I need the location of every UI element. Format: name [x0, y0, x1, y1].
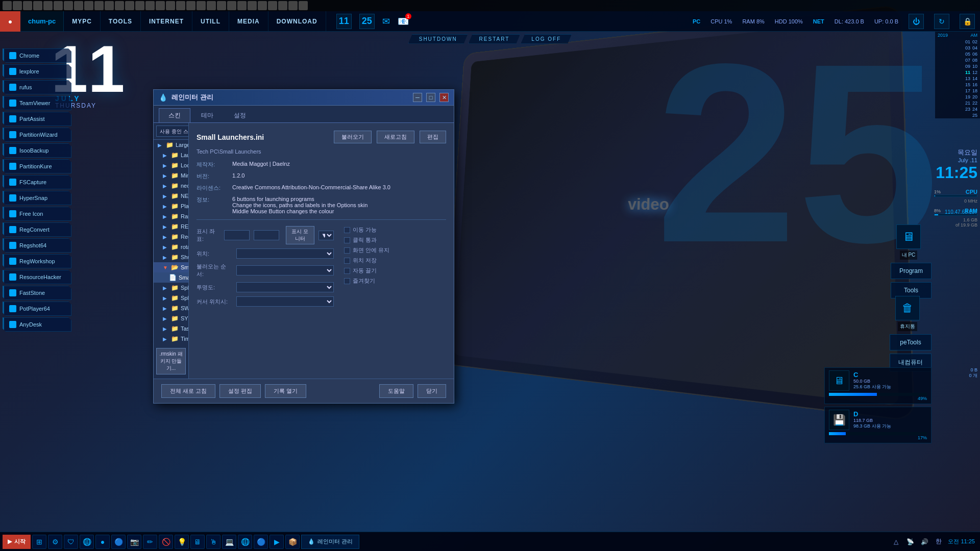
taskbar-window-button[interactable]: 💧 레인미터 관리 [301, 535, 359, 549]
tree-item-shutdown[interactable]: ▶ 📁 Shutdown [154, 252, 188, 262]
sidebar-item-anydesk[interactable]: AnyDesk [3, 317, 71, 332]
top-icon[interactable] [115, 1, 124, 10]
sidebar-item-teamviewer[interactable]: TeamViewer [3, 96, 71, 110]
tb-icon-13[interactable]: 🌐 [238, 535, 252, 549]
sidebar-item-chrome[interactable]: Chrome [3, 48, 71, 63]
top-icon[interactable] [3, 1, 12, 10]
top-icon[interactable] [217, 1, 226, 10]
tb-icon-10[interactable]: 🖥 [190, 535, 205, 549]
tree-item-small-launchers[interactable]: ▼ 📂 Small Launchers [154, 262, 188, 272]
settings-edit-button[interactable]: 설정 편집 [219, 384, 261, 398]
tree-item-lockstate[interactable]: ▶ 📁 LockState [154, 160, 188, 170]
top-icon[interactable] [186, 1, 195, 10]
refresh-button[interactable]: ↻ [934, 14, 949, 29]
top-icon[interactable] [227, 1, 236, 10]
top-icon[interactable] [64, 1, 73, 10]
tree-item-time[interactable]: ▶ 📁 Time [154, 334, 188, 344]
tree-item-swap[interactable]: ▶ 📁 SWAP [154, 303, 188, 313]
top-icon[interactable] [197, 1, 206, 10]
cb-click[interactable] [344, 237, 350, 243]
create-package-button[interactable]: .rmskin 패키지 만들기... [156, 348, 186, 374]
tb-icon-12[interactable]: 💻 [222, 535, 236, 549]
mail-icon[interactable]: ✉ [382, 16, 390, 27]
tray-icon-0[interactable]: △ [891, 537, 901, 547]
recycle-bin-icon[interactable]: 🗑 휴지통 [890, 296, 925, 331]
tab-skin[interactable]: 스킨 [159, 108, 190, 122]
cb-move[interactable] [344, 227, 350, 233]
cb-favorite[interactable] [344, 278, 350, 284]
tb-icon-7[interactable]: ✏ [143, 535, 157, 549]
tb-icon-9[interactable]: 💡 [175, 535, 189, 549]
top-icon[interactable] [33, 1, 42, 10]
edit-button[interactable]: 편집 [420, 131, 446, 143]
top-icon[interactable] [176, 1, 185, 10]
cb-snap[interactable] [344, 268, 350, 274]
tb-icon-15[interactable]: ▶ [270, 535, 284, 549]
top-icon[interactable] [166, 1, 175, 10]
tb-icon-4[interactable]: ● [95, 535, 110, 549]
top-icon[interactable] [94, 1, 104, 10]
tb-icon-3[interactable]: 🌐 [80, 535, 94, 549]
sidebar-item-lexplore[interactable]: lexplore [3, 64, 71, 79]
pos-x-input[interactable] [224, 230, 250, 240]
my-pc-icon[interactable]: 🖥 내 PC [891, 224, 926, 260]
tree-item-neon[interactable]: ▶ 📁 neon [154, 181, 188, 191]
transparency-dropdown[interactable] [236, 282, 334, 292]
tb-icon-6[interactable]: 📷 [127, 535, 141, 549]
tree-item-launcher[interactable]: ▶ 📁 Launcher [154, 150, 188, 160]
top-icon[interactable] [278, 1, 287, 10]
cb-savepos[interactable] [344, 258, 350, 264]
tab-theme[interactable]: 테마 [191, 108, 223, 122]
top-icon[interactable] [237, 1, 247, 10]
tree-item-sphere[interactable]: ▶ 📁 Sphere [154, 283, 188, 293]
top-icon[interactable] [299, 1, 308, 10]
tab-settings[interactable]: 설정 [224, 108, 256, 122]
top-icon[interactable] [268, 1, 277, 10]
pos-y-input[interactable] [254, 230, 279, 240]
tree-item-recycling-bin[interactable]: ▶ 📁 Recycling Bin [154, 232, 188, 242]
loadorder-dropdown[interactable] [236, 265, 334, 276]
close-dialog-button[interactable]: 닫기 [418, 384, 446, 398]
top-icon[interactable] [105, 1, 114, 10]
sidebar-item-regconvert[interactable]: RegConvert [3, 222, 71, 237]
tb-icon-11[interactable]: 🖱 [206, 535, 220, 549]
top-icon[interactable] [125, 1, 134, 10]
tree-item-network[interactable]: ▶ 📁 NETWORK [154, 191, 188, 201]
tree-item-rotator[interactable]: ▶ 📁 rotator [154, 242, 188, 252]
logoff-button[interactable]: LOG OFF [521, 34, 572, 44]
menu-logo[interactable]: ● [0, 11, 20, 32]
volume-tray-icon[interactable]: 🔊 [919, 537, 929, 547]
top-icon[interactable] [135, 1, 144, 10]
menu-media[interactable]: MEDIA [229, 11, 268, 31]
sidebar-item-isoobackup[interactable]: IsooBackup [3, 143, 71, 158]
top-icon[interactable] [145, 1, 155, 10]
restart-button[interactable]: RESTART [469, 34, 521, 44]
lock-button[interactable]: 🔒 [960, 14, 975, 29]
all-reset-button[interactable]: 전체 새로 고침 [161, 384, 215, 398]
start-button[interactable]: ▶ 시작 [3, 535, 31, 549]
tb-icon-5[interactable]: 🔵 [111, 535, 126, 549]
tree-item-ram[interactable]: ▶ 📁 Ram [154, 211, 188, 221]
menu-tools[interactable]: TOOLS [101, 11, 141, 31]
log-open-button[interactable]: 기록 열기 [265, 384, 306, 398]
top-icon[interactable] [54, 1, 63, 10]
sidebar-item-faststone[interactable]: FastStone [3, 286, 71, 300]
top-icon[interactable] [207, 1, 216, 10]
sidebar-item-hypersnap[interactable]: HyperSnap [3, 191, 71, 205]
network-tray-icon[interactable]: 📡 [905, 537, 915, 547]
sidebar-item-resourcehacker[interactable]: ResourceHacker [3, 270, 71, 284]
sidebar-item-partassist[interactable]: PartAssist [3, 112, 71, 126]
sidebar-item-potplayer64[interactable]: PotPlayer64 [3, 302, 71, 316]
skin-dropdown[interactable]: 사용 중인 스킨 [156, 126, 189, 137]
cb-screen[interactable] [344, 247, 350, 254]
power-button[interactable]: ⏻ [909, 14, 924, 29]
program-button[interactable]: Program [891, 263, 932, 279]
tb-icon-2[interactable]: 🛡 [64, 535, 78, 549]
monitor-select[interactable]: ▼ [318, 231, 334, 240]
cursor-dropdown[interactable] [236, 296, 334, 307]
top-icon[interactable] [43, 1, 53, 10]
menu-download[interactable]: DOWNLOAD [268, 11, 326, 31]
load-button[interactable]: 불러오기 [334, 131, 372, 143]
tree-item-taskbar[interactable]: ▶ 📁 Taskbar [154, 323, 188, 334]
sidebar-item-fscapture[interactable]: FSCapture [3, 175, 71, 189]
